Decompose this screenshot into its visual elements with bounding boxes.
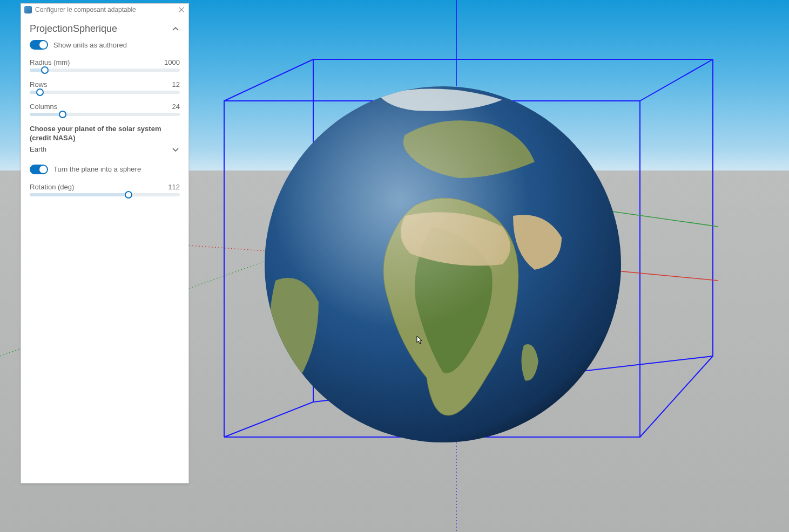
- earth-sphere[interactable]: [265, 86, 621, 442]
- slider-rows-value: 12: [172, 80, 180, 88]
- chevron-up-icon[interactable]: [171, 25, 180, 33]
- toggle-show-units[interactable]: [30, 40, 48, 50]
- svg-line-2: [640, 59, 713, 101]
- svg-line-0: [224, 402, 313, 437]
- slider-radius[interactable]: [30, 69, 180, 72]
- panel-title: Configurer le composant adaptable: [35, 6, 136, 13]
- slider-radius-label: Radius (mm): [30, 58, 70, 66]
- chevron-down-icon: [171, 145, 180, 154]
- toggle-plane-to-sphere-label: Turn the plane into a sphere: [53, 165, 141, 173]
- svg-point-6: [265, 86, 621, 442]
- cursor-arrow-icon: [416, 336, 424, 344]
- toggle-show-units-label: Show units as authored: [53, 41, 127, 49]
- slider-columns-label: Columns: [30, 103, 57, 111]
- svg-line-1: [640, 356, 713, 437]
- svg-line-3: [224, 59, 313, 101]
- slider-columns-value: 24: [172, 103, 180, 111]
- planet-dropdown-value: Earth: [30, 145, 46, 153]
- slider-rows[interactable]: [30, 91, 180, 94]
- planet-picker-label: Choose your planet of the solar system (…: [30, 125, 180, 143]
- axis-y-pos: [605, 210, 718, 227]
- slider-rotation-value: 112: [168, 183, 180, 191]
- close-icon[interactable]: [178, 6, 185, 13]
- app-icon: [24, 6, 32, 13]
- slider-columns[interactable]: [30, 113, 180, 116]
- slider-rotation-label: Rotation (deg): [30, 183, 74, 191]
- axis-x-pos: [605, 270, 718, 281]
- planet-dropdown[interactable]: Earth: [30, 143, 180, 156]
- section-header[interactable]: ProjectionSpherique: [21, 16, 188, 40]
- slider-rotation[interactable]: [30, 193, 180, 196]
- slider-radius-value: 1000: [164, 58, 180, 66]
- panel-titlebar[interactable]: Configurer le composant adaptable: [21, 4, 188, 16]
- slider-rows-label: Rows: [30, 80, 48, 88]
- section-title: ProjectionSpherique: [30, 23, 117, 35]
- toggle-plane-to-sphere[interactable]: [30, 165, 48, 174]
- config-panel: Configurer le composant adaptable Projec…: [21, 3, 189, 483]
